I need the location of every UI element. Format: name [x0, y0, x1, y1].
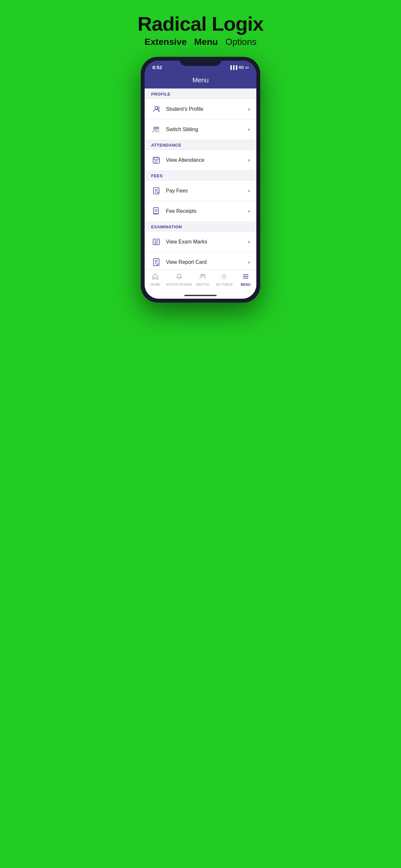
students-profile-icon — [151, 104, 161, 114]
fee-receipts-chevron: › — [248, 208, 250, 214]
svg-point-38 — [203, 275, 205, 276]
menu-item-fee-receipts[interactable]: Fee Receipts › — [145, 201, 256, 221]
pay-fees-label: Pay Fees — [166, 188, 248, 194]
page-header: Radical Logix Extensive Menu Options — [137, 13, 264, 47]
view-report-card-icon — [151, 257, 161, 268]
pay-fees-icon — [151, 186, 161, 196]
nav-switch[interactable]: SWITCH — [192, 273, 213, 286]
view-exam-marks-chevron: › — [248, 239, 250, 245]
examination-menu-list: View Exam Marks › View Report Card — [145, 232, 256, 269]
battery-icon: ▭ — [245, 65, 249, 70]
menu-item-students-profile[interactable]: Student's Profile › — [145, 99, 256, 120]
status-time: 8:52 — [152, 65, 162, 70]
signal-icon: ▐▐▐ — [229, 65, 237, 70]
bottom-nav: HOME NOTIFICATIONS — [145, 269, 256, 293]
menu-content: PROFILE Student's Profile › — [145, 89, 256, 269]
settings-nav-icon — [220, 273, 227, 282]
phone-screen: 8:52 ▐▐▐ 4G ▭ Menu PROFILE — [145, 61, 256, 299]
home-indicator — [145, 293, 256, 299]
app-subtitle: Extensive Menu Options — [137, 37, 264, 47]
section-header-profile: PROFILE — [145, 89, 256, 99]
svg-point-37 — [201, 275, 203, 276]
view-exam-marks-label: View Exam Marks — [166, 239, 248, 245]
nav-home[interactable]: HOME — [145, 273, 166, 286]
menu-item-pay-fees[interactable]: Pay Fees › — [145, 181, 256, 201]
home-bar — [184, 295, 217, 296]
app-title: Radical Logix — [137, 13, 264, 35]
section-header-fees: FEES — [145, 170, 256, 181]
phone-shell: 8:52 ▐▐▐ 4G ▭ Menu PROFILE — [141, 57, 260, 303]
nav-notifications[interactable]: NOTIFICATIONS — [166, 273, 192, 286]
subtitle-bold2: Menu — [194, 37, 218, 47]
nav-menu[interactable]: MENU — [235, 273, 256, 286]
switch-nav-label: SWITCH — [196, 283, 209, 286]
notch — [180, 57, 221, 66]
svg-rect-21 — [153, 259, 159, 266]
view-report-card-chevron: › — [248, 259, 250, 265]
menu-item-switch-sibling[interactable]: Switch Sibling › — [145, 120, 256, 140]
switch-sibling-label: Switch Sibling — [166, 127, 248, 132]
switch-nav-icon — [199, 273, 206, 282]
attendance-menu-list: View Attendance › — [145, 150, 256, 170]
status-icons: ▐▐▐ 4G ▭ — [229, 65, 249, 70]
switch-sibling-icon — [151, 124, 161, 135]
settings-nav-label: SETTINGS — [216, 283, 233, 286]
network-type: 4G — [239, 65, 244, 70]
view-attendance-label: View Attendance — [166, 157, 248, 163]
fee-receipts-label: Fee Receipts — [166, 208, 248, 214]
subtitle-regular: Options — [225, 37, 257, 47]
fees-menu-list: Pay Fees › Fee Receipts › — [145, 181, 256, 221]
notifications-nav-label: NOTIFICATIONS — [166, 283, 192, 286]
notifications-nav-icon — [176, 273, 183, 282]
section-header-examination: EXAMINATION — [145, 221, 256, 232]
svg-point-2 — [154, 127, 156, 129]
home-nav-icon — [152, 273, 159, 282]
students-profile-label: Student's Profile — [166, 106, 248, 112]
profile-menu-list: Student's Profile › Switch Sibling › — [145, 99, 256, 140]
svg-point-39 — [223, 275, 225, 277]
view-report-card-label: View Report Card — [166, 259, 248, 265]
view-exam-marks-icon — [151, 237, 161, 247]
app-header-bar: Menu — [145, 73, 256, 89]
menu-nav-label: MENU — [241, 283, 251, 286]
app-header-title: Menu — [192, 76, 209, 84]
home-nav-label: HOME — [150, 283, 160, 286]
pay-fees-chevron: › — [248, 188, 250, 194]
switch-sibling-chevron: › — [248, 127, 250, 132]
menu-item-view-report-card[interactable]: View Report Card › — [145, 252, 256, 269]
menu-nav-icon — [242, 273, 249, 282]
menu-item-view-exam-marks[interactable]: View Exam Marks › — [145, 232, 256, 252]
menu-item-view-attendance[interactable]: View Attendance › — [145, 150, 256, 170]
view-attendance-icon — [151, 155, 161, 165]
section-header-attendance: ATTENDANCE — [145, 140, 256, 150]
svg-point-3 — [157, 127, 159, 129]
subtitle-bold1: Extensive — [144, 37, 187, 47]
fee-receipts-icon — [151, 206, 161, 216]
nav-settings[interactable]: SETTINGS — [213, 273, 235, 286]
view-attendance-chevron: › — [248, 157, 250, 163]
students-profile-chevron: › — [248, 106, 250, 112]
